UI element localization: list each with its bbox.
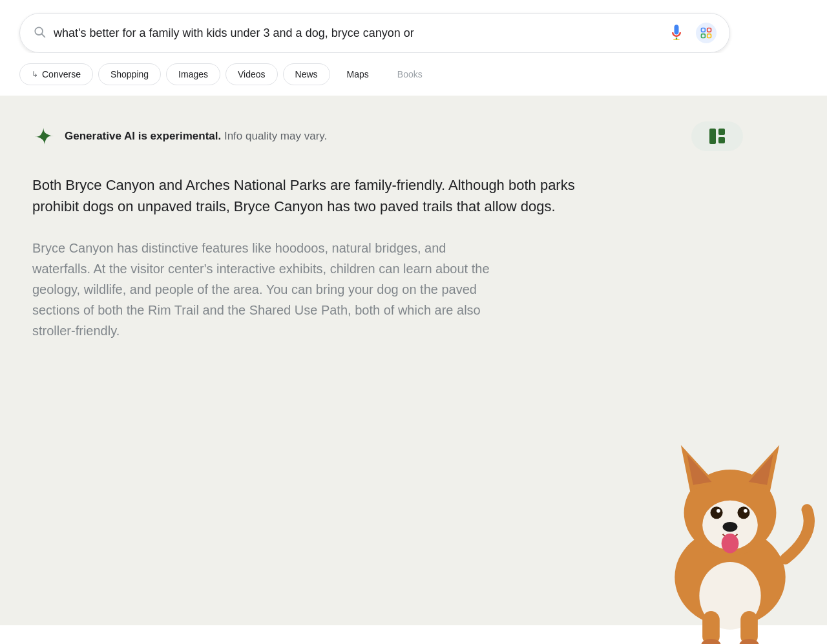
tab-images[interactable]: Images	[166, 63, 220, 85]
svg-point-14	[711, 506, 723, 519]
microphone-button[interactable]	[667, 23, 686, 43]
svg-point-17	[744, 509, 748, 513]
corgi-illustration	[640, 393, 821, 644]
ai-paragraph-main: Both Bryce Canyon and Arches National Pa…	[32, 174, 614, 217]
ai-paragraph-secondary: Bryce Canyon has distinctive features li…	[32, 238, 497, 341]
tab-shopping[interactable]: Shopping	[98, 63, 161, 85]
tab-videos-label: Videos	[238, 69, 266, 79]
tab-converse-label: Converse	[42, 69, 81, 79]
ai-banner-text: Generative AI is experimental. Info qual…	[65, 130, 327, 143]
svg-rect-4	[702, 34, 706, 38]
search-query[interactable]: what's better for a family with kids und…	[54, 26, 660, 40]
dog-image	[633, 380, 827, 644]
search-icon	[33, 25, 46, 41]
svg-line-1	[42, 34, 45, 37]
ai-banner: Generative AI is experimental. Info qual…	[32, 121, 743, 151]
tab-converse[interactable]: ↳ Converse	[19, 63, 93, 85]
tab-books[interactable]: Books	[386, 64, 434, 85]
svg-rect-2	[702, 28, 706, 32]
tab-maps[interactable]: Maps	[335, 64, 381, 85]
lens-icon	[696, 23, 717, 43]
svg-rect-3	[707, 28, 711, 32]
tab-news[interactable]: News	[283, 63, 330, 85]
svg-rect-5	[707, 34, 711, 38]
lens-button[interactable]	[696, 23, 717, 43]
svg-point-16	[717, 509, 720, 513]
search-bar: what's better for a family with kids und…	[19, 13, 730, 53]
filter-tabs: ↳ Converse Shopping Images Videos News M…	[0, 53, 827, 96]
tab-videos[interactable]: Videos	[225, 63, 278, 85]
tab-shopping-label: Shopping	[110, 69, 149, 79]
tab-maps-label: Maps	[347, 69, 369, 79]
search-area: what's better for a family with kids und…	[0, 0, 827, 53]
layout-toggle-button[interactable]	[691, 121, 743, 151]
ai-banner-left: Generative AI is experimental. Info qual…	[32, 125, 327, 148]
tab-books-label: Books	[397, 69, 423, 79]
svg-point-19	[722, 534, 739, 553]
ai-sparkle-icon	[32, 125, 56, 148]
svg-point-18	[723, 522, 738, 532]
microphone-icon	[667, 23, 686, 41]
ai-response-content: Both Bryce Canyon and Arches National Pa…	[32, 174, 614, 341]
tab-images-label: Images	[178, 69, 208, 79]
ai-banner-muted: Info quality may vary.	[221, 130, 327, 142]
layout-icon	[709, 129, 725, 144]
search-actions	[667, 23, 717, 43]
ai-response-area: Generative AI is experimental. Info qual…	[0, 96, 827, 625]
ai-banner-bold: Generative AI is experimental.	[65, 130, 221, 142]
tab-news-label: News	[295, 69, 318, 79]
converse-arrow-icon: ↳	[32, 70, 38, 79]
svg-point-15	[737, 506, 749, 519]
